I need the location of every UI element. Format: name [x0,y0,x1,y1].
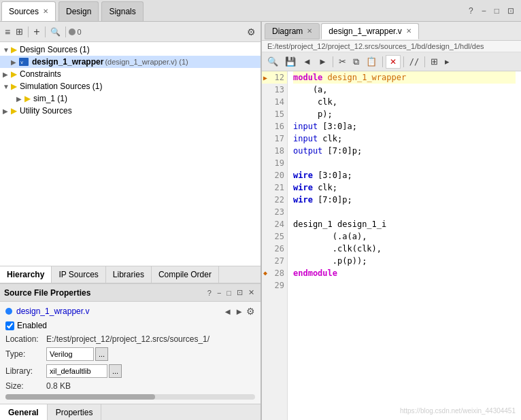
ed-comment-btn[interactable]: // [407,56,422,68]
folder-icon3: ▶ [11,82,17,91]
props-maxrestore-btn[interactable]: ⊡ [235,287,245,298]
tab-design-label: Design [66,7,91,16]
expand-arrow4: ▼ [3,83,11,90]
horizontal-scrollbar[interactable] [5,394,255,400]
props-close-btn[interactable]: ✕ [246,287,256,298]
ed-paste-btn[interactable]: 📋 [363,55,380,68]
filter-dot [69,29,75,35]
code-line-28: endmodule [293,267,516,279]
tree-item-constraints[interactable]: ▶ ▶ Constraints [0,68,260,80]
add-source-button[interactable]: + [31,24,41,39]
filter-indicator: 0 [69,28,82,36]
properties-body: design_1_wrapper.v ◄ ► ⚙ Enabled Locatio… [0,302,260,404]
collapse-all-button[interactable]: ≡ [3,25,12,39]
props-location-row: Location: E:/test/project_12/project_12.… [5,334,255,344]
props-minimize-btn[interactable]: − [215,288,223,298]
folder-icon2: ▶ [11,69,17,79]
line-num-26: 26 [262,243,287,255]
editor-toolbar: 🔍 💾 ◄ ► ✂ ⧉ 📋 ✕ // ⊞ ▸ [262,52,521,71]
restore-button[interactable]: □ [492,5,502,17]
line-num-25: 25 [262,230,287,243]
code-content[interactable]: module design_1_wrapper (a, clk, p); inp… [288,71,521,420]
tab-sources-close[interactable]: ✕ [43,7,48,15]
left-panel: ≡ ⊞ + 🔍 0 ⚙ ▼ ▶ Design Sources (1) [0,22,262,420]
type-dots-btn[interactable]: ... [95,347,108,361]
gear-button[interactable]: ⚙ [245,25,258,39]
code-line-27: .p(p)); [293,255,516,267]
enabled-checkbox[interactable] [5,321,14,330]
line-num-16: 16 [262,120,287,133]
props-gear-btn[interactable]: ⚙ [246,306,255,317]
props-file-row: design_1_wrapper.v ◄ ► ⚙ [5,306,255,317]
tree-item-sim1[interactable]: ▶ ▶ sim_1 (1) [0,92,260,105]
tab-diagram[interactable]: Diagram ✕ [265,23,320,39]
tab-hierarchy[interactable]: Hierarchy [0,266,52,283]
maximize-button[interactable]: ⊡ [505,5,517,17]
props-help-btn[interactable]: ? [205,288,214,298]
line-num-23: 23 [262,206,287,218]
minimize-button[interactable]: − [479,5,489,17]
code-line-14: clk, [293,96,516,108]
props-type-row: Type: ... [5,347,255,361]
editor-path-bar: E:/test/project_12/project_12.srcs/sourc… [262,41,521,52]
editor-tab-bar: Diagram ✕ design_1_wrapper.v ✕ [262,22,521,41]
tab-libraries[interactable]: Libraries [106,266,152,283]
line-num-17: 17 [262,133,287,145]
expand-all-button[interactable]: ⊞ [14,25,25,38]
code-line-25: (.a(a), [293,230,516,243]
utility-label: Utility Sources [20,106,72,116]
toolbar-separator3 [65,27,66,37]
ed-table-btn[interactable]: ⊞ [428,55,441,68]
tree-item-design-sources[interactable]: ▼ ▶ Design Sources (1) [0,43,260,56]
tab-general[interactable]: General [0,404,48,420]
help-button[interactable]: ? [466,5,476,17]
ed-delete-btn[interactable]: ✕ [386,55,401,69]
line-num-18: 18 [262,145,287,157]
ed-cut-btn[interactable]: ✂ [336,55,349,68]
props-filename: design_1_wrapper.v [16,307,223,316]
tab-wrapper-v[interactable]: design_1_wrapper.v ✕ [321,23,418,39]
ed-copy-btn[interactable]: ⧉ [350,55,362,69]
tree-area[interactable]: ▼ ▶ Design Sources (1) ▶ v design_1_wrap… [0,42,260,266]
tree-item-sim-sources[interactable]: ▼ ▶ Simulation Sources (1) [0,80,260,92]
ed-fwd-btn[interactable]: ► [316,55,330,68]
line-num-29: 29 [262,279,287,292]
code-area[interactable]: ▶ 12 13 14 15 16 17 18 19 20 21 22 23 24… [262,71,521,420]
folder-icon: ▶ [11,45,17,54]
location-label: Location: [5,334,46,344]
tab-signals[interactable]: Signals [101,1,143,21]
diagram-close[interactable]: ✕ [307,27,312,35]
ed-save-btn[interactable]: 💾 [282,55,299,68]
code-line-21: wire clk; [293,181,516,194]
tab-ip-sources[interactable]: IP Sources [52,266,105,283]
code-line-22: wire [7:0]p; [293,194,516,206]
wrapper-v-label: design_1_wrapper.v [329,27,401,36]
properties-title: Source File Properties [4,288,205,298]
line-num-15: 15 [262,108,287,120]
size-label: Size: [5,381,46,391]
tree-item-wrapper[interactable]: ▶ v design_1_wrapper (design_1_wrapper.v… [0,56,260,68]
library-dots-btn[interactable]: ... [109,364,122,378]
library-label: Library: [5,366,46,376]
ed-more-btn[interactable]: ▸ [442,55,452,68]
props-back-btn[interactable]: ◄ [223,306,232,317]
library-input[interactable] [46,364,107,378]
search-button[interactable]: 🔍 [48,26,63,38]
tab-compile-order[interactable]: Compile Order [152,266,219,283]
props-fwd-btn[interactable]: ► [235,306,243,317]
tab-sources[interactable]: Sources ✕ [1,1,56,21]
props-library-row: Library: ... [5,364,255,378]
type-input[interactable] [46,347,94,361]
props-restore-btn[interactable]: □ [224,288,233,298]
tab-properties[interactable]: Properties [48,404,102,420]
size-value: 0.8 KB [46,381,71,391]
svg-text:v: v [20,60,23,65]
tab-design[interactable]: Design [58,1,99,21]
line-numbers: ▶ 12 13 14 15 16 17 18 19 20 21 22 23 24… [262,71,288,420]
tree-item-utility[interactable]: ▶ ▶ Utility Sources [0,105,260,117]
ed-sep2 [382,56,383,67]
wrapper-v-close[interactable]: ✕ [406,27,411,35]
ed-search-btn[interactable]: 🔍 [265,55,281,68]
ed-back-btn[interactable]: ◄ [300,55,314,68]
line-num-27: 27 [262,255,287,267]
